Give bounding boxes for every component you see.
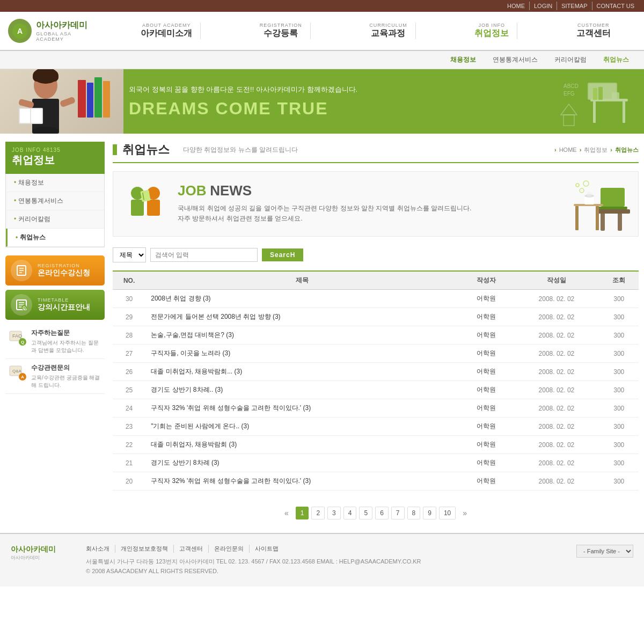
sidebar-qna-item[interactable]: Q&A A 수강관련문의 교육/수강관련 궁금증을 해결해 드립니다.: [5, 359, 105, 394]
footer-link-customer[interactable]: 고객센터: [179, 545, 209, 553]
nav-item-academy[interactable]: ABOUT ACADEMY 아카데미소개: [133, 23, 201, 39]
footer-info: 회사소개 개인정보보호정책 고객센터 온라인문의 사이트맵 서울특별시 가나구 …: [86, 545, 566, 576]
cell-views-3: 300: [599, 345, 639, 363]
svg-text:Q&A: Q&A: [12, 369, 22, 374]
pagination-page-7[interactable]: 7: [391, 507, 405, 519]
footer-link-company[interactable]: 회사소개: [86, 545, 115, 553]
pagination-page-3[interactable]: 3: [327, 507, 341, 519]
cell-views-2: 300: [599, 326, 639, 345]
sidebar-title-big: 취업정보: [12, 153, 98, 167]
cell-views-7: 300: [599, 418, 639, 436]
nav-item-customer[interactable]: CUSTOMER 고객센터: [568, 23, 619, 39]
family-site-select[interactable]: - Family Site -: [576, 545, 633, 558]
pagination-page-5[interactable]: 5: [359, 507, 372, 519]
nav-item-curriculum[interactable]: CURRICULUM 교육과정: [361, 23, 416, 39]
cell-author-4: 어학원: [459, 363, 514, 381]
cell-title-8[interactable]: 대졸 미취업자, 채용박람회 (3): [145, 436, 458, 454]
breadcrumb-jobinfo[interactable]: 취업정보: [584, 146, 608, 154]
qna-title: 수강관련문의: [31, 363, 102, 372]
top-sitemap-link[interactable]: SITEMAP: [557, 2, 592, 10]
breadcrumb-current: 취업뉴스: [615, 146, 639, 154]
cell-title-6[interactable]: 구직자 32% '취업 위해 성형수술을 고려한 적이있다.' (3): [145, 399, 458, 418]
cell-title-1[interactable]: 전문가에게 들어본 선택 2008년 취업 방향 (3): [145, 308, 458, 326]
news-table: NO. 제목 작성자 작성일 조회 30 2008년 취업 경향 (3) 어학원…: [113, 270, 639, 491]
cell-title-4[interactable]: 대졸 미취업자, 채용박람회... (3): [145, 363, 458, 381]
svg-text:FAQ: FAQ: [12, 333, 22, 339]
table-row: 20 구직자 32% '취업 위해 성형수술을 고려한 적이있다.' (3) 어…: [113, 472, 639, 491]
qna-desc: 교육/수강관련 궁금증을 해결해 드립니다.: [31, 374, 102, 389]
cell-views-5: 300: [599, 381, 639, 399]
svg-rect-17: [593, 101, 596, 123]
svg-rect-52: [601, 188, 625, 207]
job-news-box: JOB NEWS 국내/해외 취업에 성공의 길을 열어주는 구직관련 다양한 …: [113, 171, 639, 237]
content-area: 취업뉴스 다양한 취업정보와 뉴스를 알려드립니다 › HOME › 취업정보 …: [113, 142, 639, 525]
sidebar-btn-registration[interactable]: REGISTRATION 온라인수강신청: [5, 255, 105, 286]
sidebar-menu-yeongbong[interactable]: 연봉통계서비스: [6, 192, 104, 210]
sidebar: JOB INFO 48135 취업정보 채용정보 연봉통계서비스 커리어칼럼 취…: [5, 142, 105, 525]
cell-title-3[interactable]: 구직자들, 이곳을 노려라 (3): [145, 345, 458, 363]
pagination-page-9[interactable]: 9: [423, 507, 436, 519]
footer-link-sitemap[interactable]: 사이트맵: [255, 545, 284, 553]
footer-link-online[interactable]: 온라인문의: [214, 545, 250, 553]
nav-item-registration[interactable]: REGISTRATION 수강등록: [252, 23, 311, 39]
col-header-date: 작성일: [514, 271, 599, 290]
cell-date-9: 2008. 02. 02: [514, 454, 599, 472]
footer-link-privacy[interactable]: 개인정보보호정책: [121, 545, 174, 553]
cell-title-9[interactable]: 경기도 상반기 8차례 (3): [145, 454, 458, 472]
cell-date-7: 2008. 02. 02: [514, 418, 599, 436]
main-nav: ABOUT ACADEMY 아카데미소개 REGISTRATION 수강등록 C…: [107, 23, 644, 39]
cell-no-1: 29: [113, 308, 145, 326]
cell-title-10[interactable]: 구직자 32% '취업 위해 성형수술을 고려한 적이있다.' (3): [145, 472, 458, 491]
col-header-no: NO.: [113, 271, 145, 290]
svg-rect-49: [147, 200, 160, 216]
sidebar-btn-timetable[interactable]: Q TIMETABLE 강의시간표안내: [5, 290, 105, 320]
table-row: 26 대졸 미취업자, 채용박람회... (3) 어학원 2008. 02. 0…: [113, 363, 639, 381]
svg-rect-18: [623, 101, 625, 123]
search-select[interactable]: 제목: [113, 247, 146, 262]
svg-rect-56: [598, 209, 630, 214]
footer-address: 서울특별시 가나구 다라동 123번지 아사아카데미 TEL 02. 123. …: [86, 557, 566, 567]
pagination-page-2[interactable]: 2: [311, 507, 325, 519]
subnav-item-career[interactable]: 커리어칼럼: [550, 54, 591, 66]
cell-date-6: 2008. 02. 02: [514, 399, 599, 418]
job-news-title: JOB NEWS: [178, 182, 627, 199]
pagination-page-1[interactable]: 1: [296, 507, 309, 519]
cell-title-2[interactable]: 논술,구술,면접 대비책은? (3): [145, 326, 458, 345]
subnav-item-news[interactable]: 취업뉴스: [599, 54, 633, 66]
faq-icon: FAQ Q: [8, 328, 27, 347]
sidebar-faq-item[interactable]: FAQ Q 자주하는질문 고객님에서 자주하시는 질문과 답변을 모았습니다.: [5, 324, 105, 359]
timetable-icon: Q: [11, 294, 32, 316]
cell-title-7[interactable]: "기회는 준비된 사람에게 온다.. (3): [145, 418, 458, 436]
footer: 아사아카데미 아사아카데미 회사소개 개인정보보호정책 고객센터 온라인문의 사…: [0, 533, 644, 587]
cell-no-3: 27: [113, 345, 145, 363]
sidebar-menu-news[interactable]: 취업뉴스: [6, 229, 104, 247]
pagination-next[interactable]: »: [458, 507, 471, 519]
pagination-prev[interactable]: «: [280, 507, 293, 519]
subnav-item-yeongbong[interactable]: 연봉통계서비스: [488, 54, 542, 66]
cell-date-4: 2008. 02. 02: [514, 363, 599, 381]
search-button[interactable]: SearcH: [262, 248, 303, 261]
cell-date-5: 2008. 02. 02: [514, 381, 599, 399]
top-contact-link[interactable]: CONTACT US: [592, 2, 639, 10]
pagination-page-8[interactable]: 8: [407, 507, 421, 519]
main-container: JOB INFO 48135 취업정보 채용정보 연봉통계서비스 커리어칼럼 취…: [0, 134, 644, 533]
pagination-page-4[interactable]: 4: [343, 507, 357, 519]
sidebar-menu: 채용정보 연봉통계서비스 커리어칼럼 취업뉴스: [5, 174, 105, 247]
svg-rect-27: [564, 115, 574, 126]
nav-item-jobinfo[interactable]: JOB INFO 취업정보: [466, 23, 517, 39]
cell-views-0: 300: [599, 290, 639, 308]
sidebar-menu-chaeyo[interactable]: 채용정보: [6, 174, 104, 192]
top-home-link[interactable]: HOME: [503, 2, 530, 10]
cell-title-0[interactable]: 2008년 취업 경향 (3): [145, 290, 458, 308]
cell-date-2: 2008. 02. 02: [514, 326, 599, 345]
breadcrumb-home[interactable]: HOME: [559, 147, 577, 153]
subnav-item-chaeyo[interactable]: 채용정보: [446, 54, 480, 66]
search-input[interactable]: [150, 248, 258, 262]
top-login-link[interactable]: LOGIN: [530, 2, 557, 10]
pagination-page-10[interactable]: 10: [439, 507, 456, 519]
cell-views-8: 300: [599, 436, 639, 454]
cell-title-5[interactable]: 경기도 상반기 8차례.. (3): [145, 381, 458, 399]
svg-text:A: A: [17, 27, 23, 35]
pagination-page-6[interactable]: 6: [375, 507, 389, 519]
sidebar-menu-career[interactable]: 커리어칼럼: [6, 210, 104, 229]
